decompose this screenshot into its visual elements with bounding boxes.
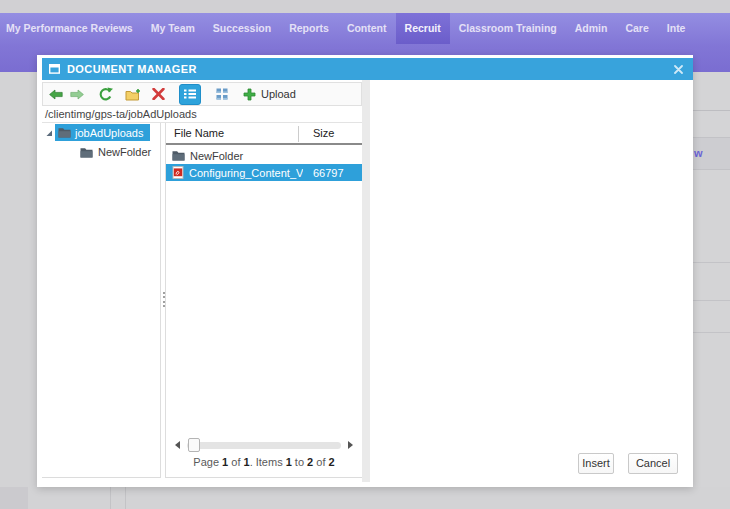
nav-item-recruit[interactable]: Recruit bbox=[396, 13, 450, 44]
background-table-row: w bbox=[693, 137, 730, 170]
background-partial-link: w bbox=[693, 138, 730, 159]
background-divider bbox=[110, 487, 111, 509]
folder-icon bbox=[172, 150, 185, 161]
nav-item-reports[interactable]: Reports bbox=[280, 13, 338, 44]
nav-item-succession[interactable]: Succession bbox=[204, 13, 280, 44]
background-divider bbox=[125, 487, 126, 509]
file-browser-section: Upload /clientimg/gps-ta/jobAdUploads jo… bbox=[42, 82, 362, 478]
file-name: NewFolder bbox=[190, 150, 304, 162]
scroll-right-icon[interactable] bbox=[348, 441, 353, 449]
pager-status: Page 1 of 1. Items 1 to 2 of 2 bbox=[166, 456, 362, 468]
panel-gap bbox=[362, 80, 370, 482]
column-header-file-name[interactable]: File Name bbox=[174, 123, 224, 144]
file-list: File Name Size NewFolder Configuring_Con… bbox=[166, 123, 362, 478]
tree-node-selected-label[interactable]: jobAdUploads bbox=[55, 124, 150, 141]
file-name: Configuring_Content_Vendo bbox=[189, 167, 303, 179]
horizontal-scrollbar bbox=[166, 437, 362, 453]
thumbnails-view-icon[interactable] bbox=[216, 88, 228, 100]
background-table-row bbox=[693, 262, 730, 300]
tree-node-label: NewFolder bbox=[98, 146, 151, 158]
document-manager-dialog: DOCUMENT MANAGER bbox=[37, 55, 693, 487]
pdf-icon bbox=[172, 166, 184, 179]
refresh-icon[interactable] bbox=[98, 87, 113, 102]
screen: My Performance Reviews My Team Successio… bbox=[0, 0, 730, 509]
scroll-left-icon[interactable] bbox=[175, 441, 180, 449]
column-separator bbox=[298, 126, 299, 142]
file-size: 66797 bbox=[313, 167, 344, 179]
column-header-size[interactable]: Size bbox=[313, 123, 334, 144]
tree-node-label: jobAdUploads bbox=[75, 127, 144, 139]
nav-item-my-team[interactable]: My Team bbox=[142, 13, 204, 44]
close-icon[interactable] bbox=[674, 65, 683, 74]
dialog-title: DOCUMENT MANAGER bbox=[67, 63, 197, 75]
nav-item-my-performance-reviews[interactable]: My Performance Reviews bbox=[0, 13, 142, 44]
list-view-button[interactable] bbox=[179, 84, 201, 105]
upload-button[interactable]: Upload bbox=[261, 88, 296, 100]
file-row-newfolder[interactable]: NewFolder bbox=[166, 147, 362, 164]
background-panel-fragment bbox=[0, 487, 28, 509]
dialog-titlebar[interactable]: DOCUMENT MANAGER bbox=[42, 58, 693, 80]
nav-item-care[interactable]: Care bbox=[616, 13, 657, 44]
scrollbar-thumb[interactable] bbox=[188, 438, 200, 452]
folder-icon bbox=[58, 127, 71, 138]
forward-icon[interactable] bbox=[70, 89, 84, 100]
file-row-configuring-content-vendor[interactable]: Configuring_Content_Vendo 66797 bbox=[166, 164, 362, 181]
splitter-grip-icon[interactable] bbox=[163, 289, 165, 310]
tree-expand-icon[interactable] bbox=[45, 129, 53, 137]
background-table-row bbox=[693, 332, 730, 482]
folder-icon bbox=[80, 147, 93, 158]
nav-item-admin[interactable]: Admin bbox=[566, 13, 617, 44]
toolbar: Upload bbox=[42, 82, 362, 106]
background-table-fragment: w bbox=[693, 72, 730, 487]
back-icon[interactable] bbox=[49, 89, 63, 100]
cancel-button[interactable]: Cancel bbox=[628, 453, 678, 474]
window-icon bbox=[49, 64, 60, 74]
insert-button[interactable]: Insert bbox=[578, 453, 614, 474]
background-table-row bbox=[693, 300, 730, 332]
scrollbar-track[interactable] bbox=[187, 442, 341, 449]
upload-plus-icon[interactable] bbox=[243, 88, 256, 101]
nav-item-truncated[interactable]: Inte bbox=[658, 13, 695, 44]
window-top-strip bbox=[0, 0, 730, 13]
background-table-row bbox=[693, 110, 730, 137]
tree-node-jobaduploads[interactable]: jobAdUploads bbox=[42, 124, 150, 141]
nav-item-content[interactable]: Content bbox=[338, 13, 396, 44]
address-bar[interactable]: /clientimg/gps-ta/jobAdUploads bbox=[42, 106, 362, 123]
nav-item-classroom-training[interactable]: Classroom Training bbox=[450, 13, 566, 44]
new-folder-icon[interactable] bbox=[125, 88, 141, 101]
tree-node-newfolder[interactable]: NewFolder bbox=[80, 144, 151, 160]
file-list-header: File Name Size bbox=[166, 123, 362, 145]
folder-tree: jobAdUploads NewFolder bbox=[42, 123, 160, 478]
delete-icon[interactable] bbox=[152, 88, 165, 100]
browser-panels: jobAdUploads NewFolder File Name bbox=[42, 123, 362, 478]
